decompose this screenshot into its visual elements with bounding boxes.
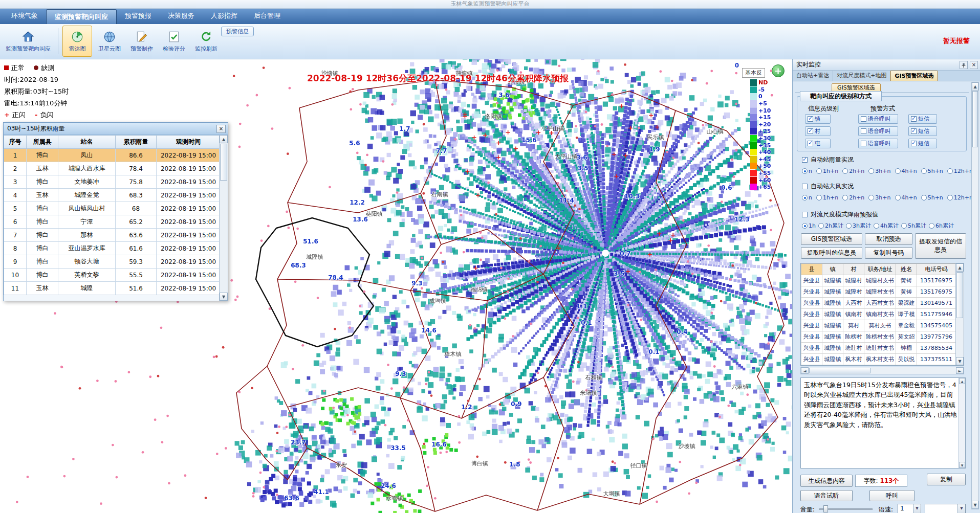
radio-option[interactable]: 12h+n [947, 194, 973, 201]
contacts-row[interactable]: 兴业县城隍镇枫木村枫木村支书吴以悦137375511 [801, 354, 956, 365]
radio-option[interactable]: 5h+n [921, 168, 943, 174]
voice-call-option[interactable]: 语音呼叫 [858, 139, 898, 148]
radio-option[interactable]: 6h累计 [929, 222, 954, 230]
generate-message-button[interactable]: 生成信息内容 [800, 475, 853, 487]
speed-select[interactable]: 1 ▼ [898, 504, 921, 513]
radio-option[interactable]: 1h [802, 222, 816, 229]
scroll-down-icon[interactable]: ▼ [959, 462, 965, 468]
sms-option[interactable]: 短信 [908, 139, 937, 148]
warning-message-box[interactable]: 玉林市气象台19日5时15分发布暴雨橙色预警信号，4时以来兴业县城隍大西水库已出… [800, 377, 966, 469]
rain-table-row[interactable]: 7博白那林63.62022-08-19 15:00 [4, 229, 221, 242]
scroll-thumb[interactable] [972, 91, 978, 147]
rain-table-row[interactable]: 5博白凤山镇凤山村682022-08-19 15:00 [4, 202, 221, 215]
scroll-left-icon[interactable]: ◄ [801, 367, 809, 374]
contacts-hscrollbar[interactable]: ◄ ► [800, 367, 964, 374]
menu-tab[interactable]: 预警预报 [117, 9, 160, 24]
scroll-up-icon[interactable]: ▲ [956, 263, 964, 272]
chevron-down-icon[interactable]: ▼ [913, 504, 921, 513]
panel-tab[interactable]: GIS预警区域选 [890, 71, 938, 81]
contacts-column-header[interactable]: 县 [801, 264, 822, 275]
contacts-row[interactable]: 兴业县城隍镇镇南村镇南村支书谭子模151775946 [801, 309, 956, 320]
chevron-down-icon[interactable]: ▼ [957, 504, 965, 513]
radio-option[interactable]: 5h累计 [901, 222, 926, 230]
menu-tab[interactable]: 后台管理 [246, 9, 289, 24]
voice-call-option[interactable]: 语音呼叫 [858, 114, 898, 124]
rain-table-row[interactable]: 9博白顿谷大塘59.32022-08-19 15:00 [4, 255, 221, 269]
contacts-row[interactable]: 兴业县城隍镇大西村大西村支书梁深建130149571 [801, 298, 956, 309]
sms-option[interactable]: 短信 [908, 114, 937, 124]
checkbox-icon[interactable] [802, 157, 808, 163]
message-scrollbar[interactable]: ▲ ▼ [959, 378, 965, 468]
radio-option[interactable]: 1h+n [816, 168, 838, 174]
contacts-row[interactable]: 兴业县城隍镇塘肚村塘肚村支书钟榴137885534 [801, 343, 956, 354]
level-option[interactable]: 镇 [805, 114, 831, 124]
panel-tab[interactable]: 自动站+雷达 [793, 71, 833, 81]
rain-table-row[interactable]: 6博白宁潭65.22022-08-19 15:00 [4, 215, 221, 229]
contacts-row[interactable]: 兴业县城隍镇莫村莫村支书覃金毅134575405 [801, 320, 956, 331]
toolbar-button-refresh[interactable]: 监控刷新 [191, 26, 221, 57]
wind-live-check[interactable]: 自动站大风实况 [802, 182, 854, 191]
rain-table-row[interactable]: 8博白亚山温罗水库61.62022-08-19 15:00 [4, 242, 221, 255]
scroll-thumb[interactable] [956, 272, 963, 318]
rain-table-scrollbar[interactable]: ▲ ▼ [219, 135, 228, 301]
toolbar-button-satellite[interactable]: 卫星云图 [95, 26, 124, 57]
radio-option[interactable]: 12h+n [947, 168, 973, 174]
scroll-down-icon[interactable]: ▼ [972, 501, 978, 509]
contacts-row[interactable]: 兴业县城隍镇城隍村城隍村支书黄铸135176975 [801, 275, 956, 286]
scroll-up-icon[interactable]: ▲ [220, 135, 228, 143]
contacts-column-header[interactable]: 姓名 [896, 264, 917, 275]
radio-option[interactable]: 3h+n [868, 194, 890, 201]
scroll-thumb[interactable] [220, 144, 227, 181]
rain-table-row[interactable]: 11玉林城隍51.62022-08-19 15:00 [4, 282, 221, 295]
radar-map[interactable]: 沙塘镇蒲塘镇北市镇洛阳镇小平山镇民乐镇山心镇大平山镇石南镇葵阳镇城隍镇福绵镇成均… [0, 59, 792, 513]
radio-option[interactable]: 3h+n [868, 168, 890, 174]
scroll-down-icon[interactable]: ▼ [956, 357, 964, 365]
menu-tab[interactable]: 环境气象 [3, 9, 46, 24]
scroll-right-icon[interactable]: ► [956, 367, 964, 374]
radio-option[interactable]: 1h+n [816, 194, 838, 201]
close-icon[interactable]: × [216, 125, 226, 133]
extract-sms-contacts-button[interactable]: 提取发短信的信息员 [915, 233, 966, 259]
radio-option[interactable]: 5h+n [921, 194, 943, 201]
rain-table-row[interactable]: 1博白凤山86.62022-08-19 15:00 [4, 149, 221, 162]
voice-select[interactable]: ▼ [925, 504, 966, 513]
extract-call-contacts-button[interactable]: 提取呼叫的信息员 [801, 247, 862, 259]
radio-option[interactable]: 3h累计 [846, 222, 871, 230]
zoom-in-button[interactable]: + [772, 64, 785, 77]
rain-table-row[interactable]: 4玉林城隍金党68.32022-08-19 15:00 [4, 189, 221, 202]
contacts-row[interactable]: 兴业县城隍镇城隍村城隍村支书黄铸135176975 [801, 286, 956, 298]
toolbar-button-home[interactable]: 监测预警靶向叫应 [3, 26, 54, 57]
contacts-column-header[interactable]: 职务/地址 [864, 264, 896, 275]
panel-tab[interactable]: 对流尺度模式+地图 [833, 71, 890, 81]
checkbox-icon[interactable] [802, 184, 808, 189]
contacts-row[interactable]: 兴业县城隍镇陈榜村陈榜村支书莫文绍139775796 [801, 331, 956, 343]
pin-icon[interactable] [960, 61, 968, 69]
rain-table-row[interactable]: 10博白英桥文黎55.52022-08-19 15:00 [4, 269, 221, 282]
rain-column-header[interactable]: 累积雨量 [116, 136, 157, 149]
contacts-column-header[interactable]: 村 [843, 264, 864, 275]
rain-live-check[interactable]: 自动站雨量实况 [802, 155, 854, 164]
radio-option[interactable]: 4h累计 [874, 222, 899, 230]
contacts-vscrollbar[interactable]: ▲ ▼ [955, 263, 964, 365]
sms-option[interactable]: 短信 [908, 126, 937, 136]
contacts-column-header[interactable]: 镇 [822, 264, 843, 275]
cancel-preselect-button[interactable]: 取消预选 [865, 233, 912, 245]
radio-option[interactable]: n [802, 194, 812, 201]
toolbar-button-score[interactable]: 检验评分 [159, 26, 189, 57]
scroll-down-icon[interactable]: ▼ [220, 293, 228, 301]
contacts-column-header[interactable]: 电话号码 [917, 264, 956, 275]
toolbar-button-edit[interactable]: 预警制作 [127, 26, 157, 57]
level-option[interactable]: 屯 [805, 139, 831, 148]
radio-option[interactable]: 2h+n [842, 194, 864, 201]
rain-column-header[interactable]: 序号 [4, 136, 27, 149]
rain-column-header[interactable]: 观测时间 [157, 136, 221, 149]
rain-table-row[interactable]: 2玉林城隍大西水库78.42022-08-19 15:00 [4, 162, 221, 175]
radio-option[interactable]: 4h+n [895, 194, 917, 201]
level-option[interactable]: 村 [805, 126, 831, 136]
rain-table-row[interactable]: 3博白文地姜冲75.82022-08-19 15:00 [4, 175, 221, 189]
slider-thumb[interactable] [823, 505, 828, 512]
menu-tab[interactable]: 监测预警靶向叫应 [46, 9, 117, 24]
rain-column-header[interactable]: 所属县 [27, 136, 58, 149]
close-icon[interactable]: × [970, 61, 978, 69]
scroll-up-icon[interactable]: ▲ [959, 378, 965, 384]
